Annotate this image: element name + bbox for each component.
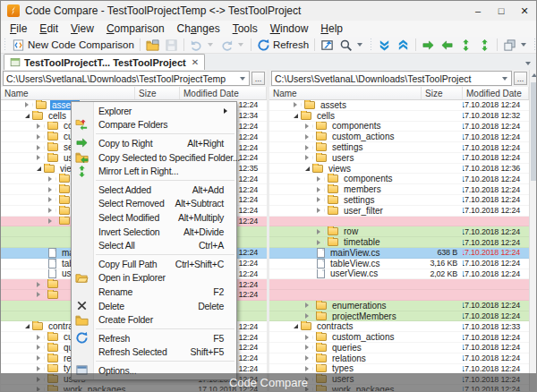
expand-arrow-icon[interactable] bbox=[48, 197, 56, 202]
right-browse-button[interactable]: ... bbox=[514, 72, 527, 85]
scrollbar-thumb[interactable] bbox=[531, 82, 537, 181]
chevron-down-icon[interactable] bbox=[208, 43, 213, 47]
collapse-arrow-icon[interactable] bbox=[25, 324, 30, 328]
left-path-combobox[interactable]: C:\Users\SvetlanaL\Downloads\TestToolPro… bbox=[3, 71, 250, 86]
menu-window[interactable]: Window bbox=[264, 21, 315, 36]
tree-row[interactable]: members17.10.2018 12:24 bbox=[269, 184, 529, 195]
context-menu-item-copy-full-path[interactable]: Copy Full PathCtrl+Shift+C bbox=[72, 257, 236, 271]
expand-arrow-icon[interactable] bbox=[305, 155, 313, 160]
redo-button[interactable] bbox=[217, 38, 248, 53]
expand-arrow-icon[interactable] bbox=[37, 282, 45, 287]
tree-row-placeholder[interactable] bbox=[269, 217, 529, 227]
vertical-scrollbar[interactable] bbox=[529, 70, 537, 391]
menu-help[interactable]: Help bbox=[314, 21, 349, 36]
expand-arrow-icon[interactable] bbox=[48, 187, 56, 192]
maximize-button[interactable]: □ bbox=[490, 1, 513, 21]
swap-panels-button[interactable] bbox=[318, 38, 337, 53]
tree-row[interactable]: settings17.10.2018 12:24 bbox=[269, 195, 529, 206]
collapse-arrow-icon[interactable] bbox=[294, 324, 298, 328]
expand-arrow-icon[interactable] bbox=[48, 218, 56, 224]
tree-row[interactable]: settings17.10.2018 12:24 bbox=[269, 142, 529, 153]
window-copy-button[interactable] bbox=[500, 38, 531, 53]
context-menu-item-open-in-explorer[interactable]: Open in Explorer bbox=[72, 271, 236, 285]
tree-row[interactable]: row17.10.2018 12:24 bbox=[269, 226, 529, 237]
expand-arrow-icon[interactable] bbox=[37, 134, 45, 140]
tree-row[interactable]: tableView.cs3,16 KB17.10.2018 12:24 bbox=[269, 259, 529, 269]
context-menu-item-select-added[interactable]: Select AddedAlt+Add bbox=[72, 183, 236, 197]
toolbar-grip[interactable] bbox=[533, 38, 537, 51]
toolbar-grip[interactable] bbox=[3, 38, 7, 51]
tree-row[interactable]: contracts17.10.2018 12:33 bbox=[269, 321, 529, 332]
expand-arrow-icon[interactable] bbox=[305, 303, 313, 308]
minimize-button[interactable]: – bbox=[466, 1, 490, 21]
expand-arrow-icon[interactable] bbox=[305, 366, 313, 371]
left-browse-button[interactable]: ... bbox=[251, 72, 265, 85]
tree-row[interactable]: components17.10.2018 12:24 bbox=[269, 174, 529, 184]
expand-arrow-icon[interactable] bbox=[305, 335, 313, 340]
menu-file[interactable]: File bbox=[4, 21, 33, 36]
expand-arrow-icon[interactable] bbox=[317, 240, 325, 245]
tree-row[interactable]: views17.10.2018 12:36 bbox=[269, 164, 529, 175]
next-change-button[interactable] bbox=[375, 38, 394, 53]
expand-arrow-icon[interactable] bbox=[37, 355, 45, 361]
expand-arrow-icon[interactable] bbox=[37, 155, 45, 160]
undo-button[interactable] bbox=[187, 38, 217, 53]
mirror-rtl-button[interactable] bbox=[475, 38, 494, 53]
expand-arrow-icon[interactable] bbox=[37, 292, 45, 297]
tree-row[interactable]: mainView.cs638 B17.10.2018 12:24 bbox=[269, 248, 529, 259]
expand-arrow-icon[interactable] bbox=[305, 345, 313, 350]
expand-arrow-icon[interactable] bbox=[37, 335, 45, 340]
expand-arrow-icon[interactable] bbox=[317, 197, 325, 202]
tree-row[interactable]: timetable17.10.2018 12:24 bbox=[269, 237, 529, 248]
column-header-size[interactable]: Size bbox=[422, 87, 463, 99]
tree-row[interactable]: userView.cs2,02 KB17.10.2018 12:24 bbox=[269, 269, 529, 280]
expand-arrow-icon[interactable] bbox=[305, 134, 313, 140]
search-button[interactable] bbox=[337, 38, 367, 53]
expand-arrow-icon[interactable] bbox=[305, 124, 313, 129]
expand-arrow-icon[interactable] bbox=[317, 229, 325, 234]
context-menu-item-mirror-left-in-right[interactable]: Mirror Left in Right... bbox=[72, 164, 236, 178]
save-button[interactable] bbox=[162, 38, 181, 53]
tree-row-placeholder[interactable] bbox=[269, 279, 529, 290]
context-menu-item-delete[interactable]: DeleteDelete bbox=[72, 299, 236, 313]
collapse-arrow-icon[interactable] bbox=[37, 166, 41, 171]
context-menu-item-select-modified[interactable]: Select ModifiedAlt+Multiply bbox=[72, 210, 236, 225]
close-button[interactable]: ✕ bbox=[513, 1, 536, 21]
expand-arrow-icon[interactable] bbox=[317, 208, 325, 213]
context-menu-item-compare-folders[interactable]: Compare Folders bbox=[72, 118, 236, 132]
tree-row[interactable]: components17.10.2018 12:24 bbox=[269, 122, 529, 132]
expand-arrow-icon[interactable] bbox=[305, 313, 313, 319]
chevron-down-icon[interactable] bbox=[502, 77, 507, 81]
menu-view[interactable]: View bbox=[64, 21, 100, 36]
expand-arrow-icon[interactable] bbox=[37, 145, 45, 150]
tree-row[interactable]: enumerations17.10.2018 12:24 bbox=[269, 301, 529, 311]
expand-arrow-icon[interactable] bbox=[48, 176, 56, 182]
tree-row[interactable]: relations17.10.2018 12:24 bbox=[269, 354, 529, 364]
menu-comparison[interactable]: Comparison bbox=[100, 21, 171, 36]
menu-edit[interactable]: Edit bbox=[33, 21, 64, 36]
expand-arrow-icon[interactable] bbox=[37, 345, 45, 350]
right-path-combobox[interactable]: C:\Users\SvetlanaL\Downloads\TestToolPro… bbox=[271, 71, 512, 86]
new-comparison-button[interactable]: New Code Comparison bbox=[9, 38, 137, 53]
context-menu-item-refresh-selected[interactable]: Refresh SelectedShift+F5 bbox=[72, 345, 236, 360]
copy-to-left-button[interactable] bbox=[438, 38, 456, 53]
context-menu-item-copy-selected-to-specified-folder[interactable]: Copy Selected to Specified Folder... bbox=[72, 150, 236, 165]
folder-comparison-button[interactable] bbox=[143, 38, 162, 53]
column-header-name[interactable]: Name bbox=[269, 87, 422, 99]
column-header-name[interactable]: Name bbox=[1, 87, 135, 99]
tree-row-placeholder[interactable] bbox=[269, 290, 529, 301]
prev-change-button[interactable] bbox=[394, 38, 413, 53]
tree-row[interactable]: assets17.10.2018 12:24 bbox=[269, 100, 529, 111]
context-menu-item-explorer[interactable]: Explorer bbox=[72, 104, 236, 118]
expand-arrow-icon[interactable] bbox=[37, 124, 45, 129]
expand-arrow-icon[interactable] bbox=[48, 208, 56, 213]
context-menu-item-create-folder[interactable]: Create Folder bbox=[72, 312, 236, 327]
chevron-down-icon[interactable] bbox=[240, 77, 245, 81]
tree-row[interactable]: custom_actions17.10.2018 12:24 bbox=[269, 132, 529, 142]
collapse-arrow-icon[interactable] bbox=[305, 166, 310, 171]
menu-changes[interactable]: Changes bbox=[171, 21, 226, 36]
context-menu-item-copy-to-right[interactable]: Copy to RightAlt+Right bbox=[72, 136, 236, 150]
chevron-down-icon[interactable] bbox=[521, 43, 526, 47]
tree-row[interactable]: user_filter17.10.2018 12:24 bbox=[269, 206, 529, 217]
expand-arrow-icon[interactable] bbox=[317, 176, 325, 182]
